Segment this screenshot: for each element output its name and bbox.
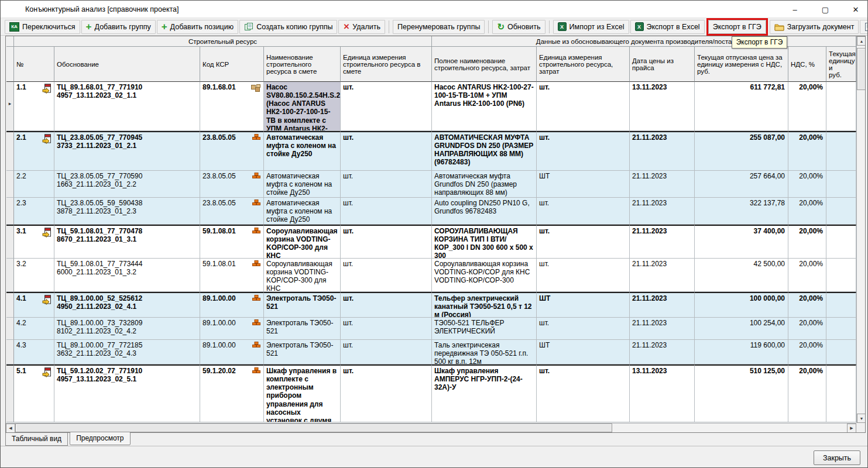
cell-unit[interactable]: шт. <box>537 131 630 171</box>
row-indicator[interactable] <box>6 171 14 198</box>
cell-extra[interactable] <box>826 318 856 340</box>
cell-price-date[interactable]: 21.11.2023 <box>630 171 695 198</box>
row-indicator[interactable] <box>6 340 14 364</box>
refresh-button[interactable]: ↻Обновить <box>492 20 545 34</box>
cell-extra[interactable] <box>826 198 856 225</box>
minimize-icon[interactable]: – <box>788 5 802 14</box>
row-indicator[interactable] <box>6 225 14 259</box>
cell-vat[interactable]: 20,00% <box>788 318 826 340</box>
cell-name-estimate[interactable]: Автоматическая муфта с коленом на стойке… <box>264 171 341 198</box>
cell-vat[interactable]: 20,00% <box>788 131 826 171</box>
cell-full-name[interactable]: Auto coupling DN250 PN10 G, Grundfos 967… <box>432 198 537 225</box>
cell-num[interactable]: 1.1 <box>14 82 54 131</box>
cell-ksr-code[interactable]: 23.8.05.05 <box>200 198 264 225</box>
cell-justification[interactable]: ТЦ_89.1.68.01_77_771910 4957_13.11.2023_… <box>54 82 200 131</box>
cell-full-name[interactable]: Автоматическая муфта Grundfos DN 250 (ра… <box>432 171 537 198</box>
cell-ksr-code[interactable]: 89.1.68.01 <box>200 82 264 131</box>
cell-full-name[interactable]: ТЭ050-521 ТЕЛЬФЕР ЭЛЕКТРИЧЕСКИЙ <box>432 318 537 340</box>
cell-name-estimate[interactable]: Электроталь ТЭ050-521 <box>264 340 341 364</box>
cell-unit-estimate[interactable]: шт. <box>341 198 432 225</box>
cell-num[interactable]: 5.1 <box>14 364 54 422</box>
vertical-scroll-thumb[interactable] <box>857 48 866 90</box>
cell-ksr-code[interactable]: 23.8.05.05 <box>200 171 264 198</box>
row-indicator[interactable] <box>6 131 14 171</box>
cell-vat[interactable]: 20,00% <box>788 171 826 198</box>
delete-button[interactable]: ✕Удалить <box>338 20 385 34</box>
export-excel-button[interactable]: XЭкспорт в Excel <box>630 20 705 34</box>
cell-unit-estimate[interactable]: шт. <box>341 82 432 131</box>
add-position-button[interactable]: +Добавить позицию <box>157 20 238 34</box>
view-document-button[interactable]: Просмотр документа <box>860 20 868 34</box>
scroll-right-icon[interactable]: ▶ <box>847 424 856 433</box>
cell-num[interactable]: 4.3 <box>14 340 54 364</box>
cell-unit-estimate[interactable]: шт. <box>341 171 432 198</box>
cell-num[interactable]: 3.2 <box>14 259 54 292</box>
close-icon[interactable]: ✕ <box>849 5 863 14</box>
row-indicator[interactable]: ▸ <box>6 82 14 131</box>
cell-vat[interactable]: 20,00% <box>788 259 826 292</box>
cell-full-name[interactable]: Сороулавливающая корзина VODTING-КОР/СОР… <box>432 259 537 292</box>
cell-unit[interactable]: ШТ <box>537 340 630 364</box>
cell-name-estimate[interactable]: Электроталь ТЭ050-521 <box>264 318 341 340</box>
cell-extra[interactable] <box>826 364 856 422</box>
cell-extra[interactable] <box>826 171 856 198</box>
cell-extra[interactable] <box>826 340 856 364</box>
renumber-groups-button[interactable]: Перенумеровать группы <box>393 20 485 34</box>
cell-full-name[interactable]: Тельфер электрический канатный ТЭ050-521… <box>432 292 537 318</box>
switch-button[interactable]: КАПереключиться <box>5 20 80 34</box>
cell-unit-estimate[interactable]: шт. <box>341 292 432 318</box>
import-excel-button[interactable]: XИмпорт из Excel <box>553 20 629 34</box>
cell-price[interactable]: 257 664,00 <box>695 171 788 198</box>
horizontal-scroll-thumb[interactable] <box>15 424 612 432</box>
cell-unit-estimate[interactable]: шт. <box>341 318 432 340</box>
close-button[interactable]: Закрыть <box>814 450 860 465</box>
load-document-button[interactable]: Загрузить документ <box>770 20 859 34</box>
cell-vat[interactable]: 20,00% <box>788 292 826 318</box>
row-indicator[interactable] <box>6 259 14 292</box>
cell-ksr-code[interactable]: 59.1.20.02 <box>200 364 264 422</box>
cell-vat[interactable]: 20,00% <box>788 198 826 225</box>
cell-ksr-code[interactable]: 23.8.05.05 <box>200 131 264 171</box>
cell-num[interactable]: 3.1 <box>14 225 54 259</box>
row-indicator[interactable] <box>6 318 14 340</box>
cell-price-date[interactable]: 21.11.2023 <box>630 131 695 171</box>
cell-num[interactable]: 2.3 <box>14 198 54 225</box>
export-gge-button[interactable]: Экспорт в ГГЭ <box>708 20 766 34</box>
cell-full-name[interactable]: Шкаф управления АМПЕРУС НГР-УПП-2-(24-32… <box>432 364 537 422</box>
cell-name-estimate[interactable]: Автоматическая муфта с коленом на стойке… <box>264 198 341 225</box>
cell-price[interactable]: 611 772,81 <box>695 82 788 131</box>
add-group-button[interactable]: +Добавить группу <box>81 20 156 34</box>
cell-name-estimate[interactable]: Автоматическая муфта с коленом на стойке… <box>264 131 341 171</box>
cell-price[interactable]: 42 500,00 <box>695 259 788 292</box>
cell-price-date[interactable]: 21.11.2023 <box>630 259 695 292</box>
cell-name-estimate[interactable]: Электроталь ТЭ050-521 <box>264 292 341 318</box>
cell-justification[interactable]: ТЦ_23.8.05.05_77_770590 1663_21.11.2023_… <box>54 171 200 198</box>
cell-num[interactable]: 2.2 <box>14 171 54 198</box>
cell-unit-estimate[interactable]: шт. <box>341 364 432 422</box>
cell-price[interactable]: 322 137,78 <box>695 198 788 225</box>
cell-extra[interactable] <box>826 82 856 131</box>
cell-unit[interactable]: ШТ <box>537 171 630 198</box>
cell-full-name[interactable]: СОРОУЛАВЛИВАЮЩАЯ КОРЗИНА ТИП I ВТИ/КОР_3… <box>432 225 537 259</box>
cell-vat[interactable]: 20,00% <box>788 82 826 131</box>
cell-price-date[interactable]: 13.11.2023 <box>630 82 695 131</box>
cell-num[interactable]: 4.2 <box>14 318 54 340</box>
cell-price-date[interactable]: 21.11.2023 <box>630 340 695 364</box>
scroll-left-icon[interactable]: ◀ <box>6 424 15 433</box>
cell-justification[interactable]: ТЦ_23.8.05.05_77_770945 3733_21.11.2023_… <box>54 131 200 171</box>
cell-vat[interactable]: 20,00% <box>788 340 826 364</box>
cell-price[interactable]: 37 400,00 <box>695 225 788 259</box>
scroll-down-icon[interactable]: ▼ <box>857 414 866 423</box>
cell-extra[interactable] <box>826 131 856 171</box>
cell-extra[interactable] <box>826 292 856 318</box>
scroll-up-icon[interactable]: ▲ <box>857 36 866 46</box>
cell-full-name[interactable]: Таль электричсекая передвижная ТЭ 050-52… <box>432 340 537 364</box>
copy-group-button[interactable]: Создать копию группы <box>239 20 337 34</box>
cell-price[interactable]: 510 125,00 <box>695 364 788 422</box>
cell-unit[interactable]: шт. <box>537 318 630 340</box>
cell-price[interactable]: 255 087,00 <box>695 131 788 171</box>
cell-unit-estimate[interactable]: шт. <box>341 259 432 292</box>
cell-num[interactable]: 2.1 <box>14 131 54 171</box>
row-indicator[interactable] <box>6 198 14 225</box>
cell-justification[interactable]: ТЦ_89.1.00.00_73_732809 8102_21.11.2023_… <box>54 318 200 340</box>
